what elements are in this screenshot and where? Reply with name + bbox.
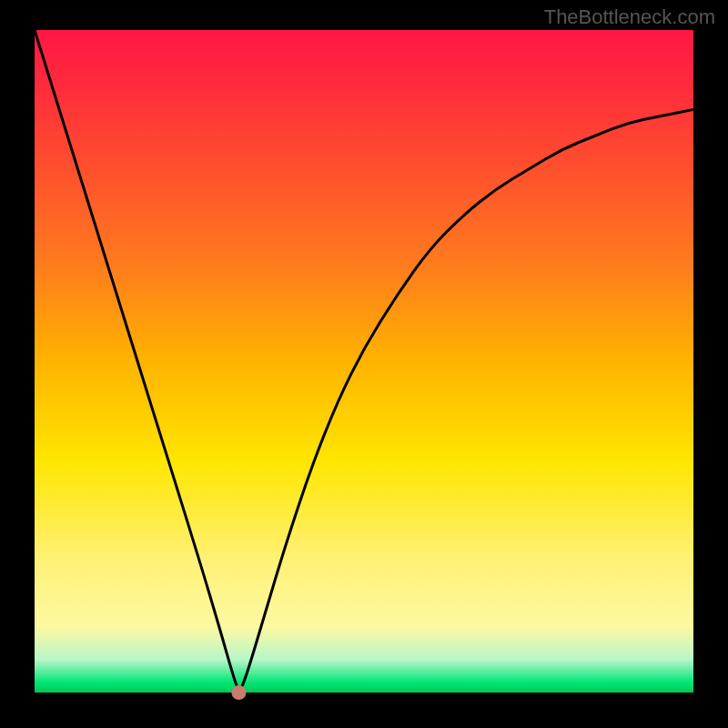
minimum-marker (231, 685, 246, 700)
plot-background (35, 30, 693, 693)
chart-root: TheBottleneck.com (0, 0, 728, 728)
chart-svg (0, 0, 728, 728)
watermark-text: TheBottleneck.com (544, 5, 715, 29)
